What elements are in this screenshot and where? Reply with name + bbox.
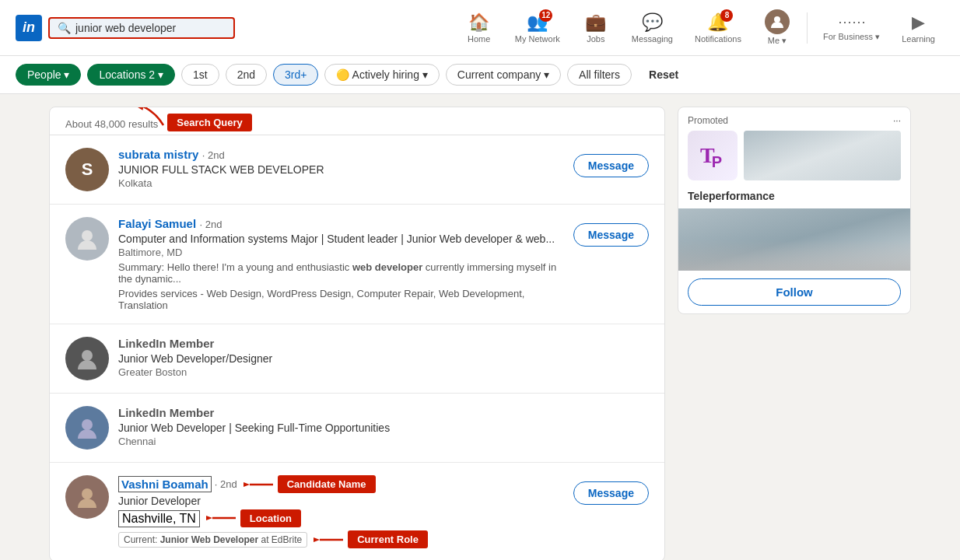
result-degree: · 2nd — [200, 219, 222, 230]
ad-content-image — [678, 208, 910, 271]
home-icon: 🏠 — [468, 12, 489, 33]
ad-header: Promoted ··· — [678, 107, 910, 131]
current-role-annotation: Current Role — [314, 530, 428, 548]
follow-button[interactable]: Follow — [688, 278, 901, 306]
result-title: Junior Web Developer/Designer — [118, 352, 649, 365]
result-name[interactable]: Falayi Samuel — [118, 217, 196, 230]
svg-point-0 — [774, 16, 780, 23]
ad-brand-name: Teleperformance — [678, 187, 910, 208]
result-degree: · 2nd — [215, 478, 237, 490]
network-icon: 👥 12 — [527, 12, 548, 33]
current-role-row: Current: Junior Web Developer at EdBrite… — [118, 530, 564, 548]
nav-me[interactable]: Me ▾ — [754, 3, 801, 52]
nav-home[interactable]: 🏠 Home — [456, 6, 503, 50]
nav-items: 🏠 Home 👥 12 My Network 💼 Jobs 💬 Messagin… — [456, 3, 944, 52]
result-actions: Message — [573, 217, 649, 247]
result-item: LinkedIn Member Junior Web Developer/Des… — [50, 324, 664, 394]
search-bar[interactable]: 🔍 — [48, 17, 235, 39]
promoted-label: Promoted — [688, 115, 728, 126]
linkedin-logo[interactable]: in — [16, 15, 42, 41]
result-name[interactable]: Vashni Boamah — [118, 476, 212, 492]
nav-notifications[interactable]: 🔔 8 Notifications — [685, 6, 751, 50]
result-title: Computer and Information systems Major |… — [118, 233, 564, 245]
result-location: Chennai — [118, 436, 649, 447]
result-location: Baltimore, MD — [118, 247, 564, 258]
network-badge: 12 — [539, 9, 552, 22]
candidate-name-label: Candidate Name — [278, 475, 376, 493]
degree-1st-button[interactable]: 1st — [181, 64, 219, 86]
nav-divider — [807, 12, 808, 44]
search-query-label: Search Query — [167, 114, 252, 131]
result-name[interactable]: subrata mistry — [118, 148, 198, 161]
result-services: Provides services - Web Design, WordPres… — [118, 288, 564, 311]
messaging-icon: 💬 — [642, 12, 663, 33]
location-annotation: Location — [206, 509, 301, 527]
ad-logo: T P — [688, 131, 738, 180]
results-header-area: About 48,000 results Search Query — [50, 107, 664, 135]
candidate-name-arrow — [244, 477, 275, 492]
right-panel: Promoted ··· T P Teleperformance Follow — [678, 107, 911, 560]
message-button[interactable]: Message — [573, 481, 649, 505]
search-query-arrow — [121, 107, 167, 129]
notifications-badge: 8 — [720, 9, 733, 22]
navbar: in 🔍 🏠 Home 👥 12 My Network 💼 Jobs 💬 Mes… — [0, 0, 960, 56]
ad-brand-section: T P — [678, 131, 910, 187]
result-name[interactable]: LinkedIn Member — [118, 337, 214, 350]
candidate-name-row: Vashni Boamah · 2nd — [118, 475, 564, 493]
current-role-arrow — [314, 532, 345, 548]
avatar — [65, 475, 109, 519]
main-content: About 48,000 results Search Query S — [37, 107, 923, 560]
nav-learning[interactable]: ▶ Learning — [892, 6, 944, 50]
filter-bar: People ▾ Locations 2 ▾ 1st 2nd 3rd+ 🟡 Ac… — [0, 56, 960, 94]
nav-network[interactable]: 👥 12 My Network — [506, 6, 569, 50]
notifications-icon: 🔔 8 — [707, 12, 728, 33]
learning-icon: ▶ — [912, 12, 925, 33]
result-info: LinkedIn Member Junior Web Developer/Des… — [118, 337, 649, 378]
result-summary: Summary: Hello there! I'm a young and en… — [118, 261, 564, 285]
degree-2nd-button[interactable]: 2nd — [226, 64, 267, 86]
result-location: Nashville, TN — [118, 510, 200, 527]
result-actions: Message — [573, 148, 649, 177]
search-input[interactable] — [75, 22, 226, 34]
degree-3rd-button[interactable]: 3rd+ — [273, 64, 318, 86]
reset-button[interactable]: Reset — [638, 65, 689, 85]
nav-business[interactable]: ⋯⋯ For Business ▾ — [814, 7, 889, 48]
svg-point-2 — [82, 230, 93, 241]
locations-filter-button[interactable]: Locations 2 ▾ — [87, 64, 175, 86]
business-icon: ⋯⋯ — [838, 13, 866, 30]
result-item: LinkedIn Member Junior Web Developer | S… — [50, 394, 664, 463]
avatar — [65, 406, 109, 450]
result-item: Falayi Samuel · 2nd Computer and Informa… — [50, 205, 664, 324]
result-degree: · 2nd — [202, 149, 225, 161]
result-title: Junior Web Developer | Seeking Full-Time… — [118, 422, 649, 434]
ad-content-blur — [678, 240, 910, 271]
location-label: Location — [240, 509, 301, 527]
message-button[interactable]: Message — [573, 223, 649, 247]
people-filter-button[interactable]: People ▾ — [16, 64, 81, 86]
result-item: S subrata mistry · 2nd JUNIOR FULL STACK… — [50, 135, 664, 205]
result-name[interactable]: LinkedIn Member — [118, 406, 214, 419]
result-current: Current: Junior Web Developer at EdBrite — [118, 532, 307, 548]
result-info: Falayi Samuel · 2nd Computer and Informa… — [118, 217, 564, 311]
result-title: Junior Developer — [118, 495, 564, 507]
location-arrow — [206, 510, 237, 526]
result-location: Greater Boston — [118, 366, 649, 378]
ad-more-button[interactable]: ··· — [893, 115, 901, 126]
result-info: subrata mistry · 2nd JUNIOR FULL STACK W… — [118, 148, 564, 189]
me-icon — [765, 9, 790, 34]
nav-jobs[interactable]: 💼 Jobs — [573, 6, 619, 50]
nav-messaging[interactable]: 💬 Messaging — [622, 6, 682, 50]
jobs-icon: 💼 — [585, 12, 606, 33]
avatar — [65, 337, 109, 380]
results-panel: About 48,000 results Search Query S — [49, 107, 665, 560]
all-filters-button[interactable]: All filters — [567, 64, 632, 86]
svg-point-3 — [82, 350, 93, 361]
actively-hiring-button[interactable]: 🟡 Actively hiring ▾ — [324, 64, 439, 86]
avatar: S — [65, 148, 109, 191]
current-role-label: Current Role — [348, 530, 428, 548]
message-button[interactable]: Message — [573, 154, 649, 177]
ad-image-strip — [744, 131, 901, 180]
current-company-button[interactable]: Current company ▾ — [446, 64, 561, 86]
result-actions: Message — [573, 475, 649, 505]
svg-point-5 — [82, 488, 93, 499]
